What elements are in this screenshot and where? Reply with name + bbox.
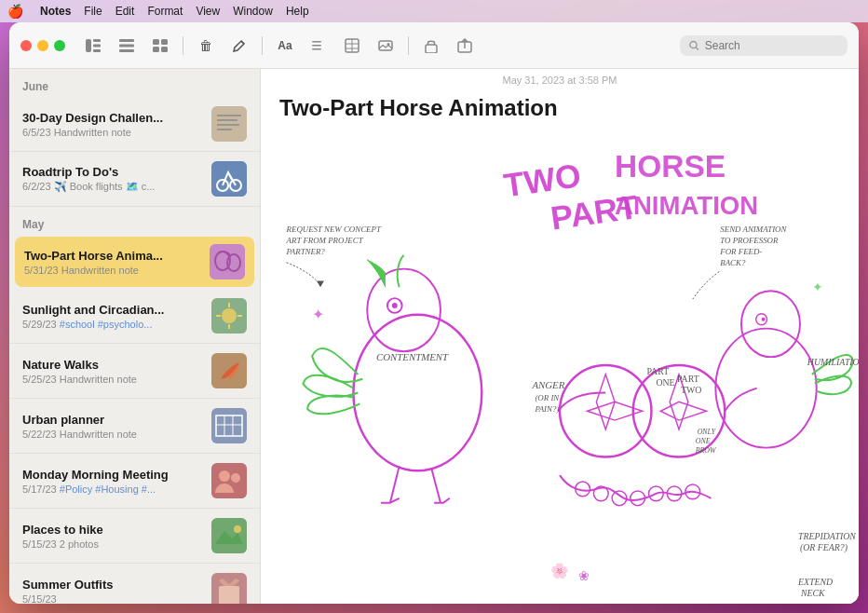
svg-rect-12 xyxy=(312,45,321,47)
format-label: Aa xyxy=(278,39,292,52)
note-meta: 5/31/23 Handwritten note xyxy=(24,265,200,276)
svg-text:CONTENTMENT: CONTENTMENT xyxy=(376,351,449,362)
apple-menu[interactable]: 🍎 xyxy=(7,4,23,19)
note-meta: 5/22/23 Handwritten note xyxy=(22,429,202,440)
svg-rect-0 xyxy=(86,39,91,52)
svg-rect-4 xyxy=(119,39,134,42)
menu-view[interactable]: View xyxy=(196,5,220,18)
delete-note-button[interactable]: 🗑 xyxy=(193,33,219,59)
note-item-sunlight[interactable]: Sunlight and Circadian... 5/29/23 #schoo… xyxy=(9,289,260,344)
note-info: Places to hike 5/15/23 2 photos xyxy=(22,523,202,550)
svg-text:ONLY: ONLY xyxy=(698,428,717,436)
svg-text:FOR FEED-: FOR FEED- xyxy=(719,247,762,256)
note-thumbnail xyxy=(211,106,247,142)
thumb-icon xyxy=(211,573,247,604)
note-info: Two-Part Horse Anima... 5/31/23 Handwrit… xyxy=(24,249,200,276)
menu-format[interactable]: Format xyxy=(147,5,183,18)
svg-text:✦: ✦ xyxy=(812,280,823,294)
svg-text:🌸: 🌸 xyxy=(550,562,569,579)
note-item-urban-planner[interactable]: Urban planner 5/22/23 Handwritten note xyxy=(9,399,260,454)
svg-text:❀: ❀ xyxy=(578,569,590,583)
separator-3 xyxy=(408,36,409,55)
note-meta: 6/5/23 Handwritten note xyxy=(22,127,202,138)
svg-rect-3 xyxy=(93,49,101,52)
note-thumbnail xyxy=(211,161,247,197)
note-meta: 5/17/23 #Policy #Housing #... xyxy=(22,484,202,495)
svg-line-62 xyxy=(390,466,400,502)
fullscreen-button[interactable] xyxy=(54,40,65,51)
svg-rect-10 xyxy=(161,47,168,52)
share-icon xyxy=(457,38,472,53)
lock-button[interactable] xyxy=(418,33,444,59)
media-button[interactable] xyxy=(373,33,399,59)
note-title: Summer Outfits xyxy=(22,578,202,592)
close-button[interactable] xyxy=(20,40,32,51)
svg-text:ONE: ONE xyxy=(696,437,711,445)
svg-rect-29 xyxy=(211,161,247,197)
note-thumbnail xyxy=(211,353,247,388)
svg-text:HORSE: HORSE xyxy=(615,149,726,184)
note-item-monday-meeting[interactable]: Monday Morning Meeting 5/17/23 #Policy #… xyxy=(9,454,260,509)
thumb-icon xyxy=(211,106,247,142)
format-button[interactable]: Aa xyxy=(272,33,298,59)
svg-text:EXTEND: EXTEND xyxy=(797,577,833,587)
thumb-icon xyxy=(211,408,247,443)
note-title: Places to hike xyxy=(22,523,202,537)
note-title: Nature Walks xyxy=(22,358,202,372)
svg-rect-13 xyxy=(312,48,321,50)
svg-rect-11 xyxy=(312,41,321,43)
note-thumbnail xyxy=(210,244,245,279)
menu-file[interactable]: File xyxy=(84,5,102,18)
svg-rect-24 xyxy=(211,106,247,142)
svg-text:HUMILIATION: HUMILIATION xyxy=(807,357,859,367)
note-meta: 5/25/23 Handwritten note xyxy=(22,374,202,385)
note-item-places-hike[interactable]: Places to hike 5/15/23 2 photos xyxy=(9,509,260,564)
delete-icon: 🗑 xyxy=(199,38,212,53)
svg-point-77 xyxy=(715,329,816,448)
may-section-header: May xyxy=(9,207,260,235)
svg-point-59 xyxy=(367,269,441,352)
search-input[interactable] xyxy=(705,39,838,52)
table-button[interactable] xyxy=(339,33,365,59)
note-item-design-challenge[interactable]: 30-Day Design Challen... 6/5/23 Handwrit… xyxy=(9,97,260,152)
sidebar-toggle-button[interactable] xyxy=(80,33,106,59)
note-thumbnail xyxy=(211,518,247,553)
note-info: Roadtrip To Do's 6/2/23 ✈️ Book flights … xyxy=(22,165,202,193)
svg-text:REQUEST NEW CONCEPT: REQUEST NEW CONCEPT xyxy=(286,225,382,234)
menu-window[interactable]: Window xyxy=(233,5,273,18)
search-bar[interactable] xyxy=(680,35,848,56)
gallery-view-button[interactable] xyxy=(147,33,173,59)
search-icon xyxy=(689,40,699,51)
menu-notes[interactable]: Notes xyxy=(40,5,71,18)
note-viewer: May 31, 2023 at 3:58 PM Two-Part Horse A… xyxy=(261,69,859,604)
checklist-button[interactable] xyxy=(305,33,332,59)
svg-rect-7 xyxy=(153,39,159,45)
note-item-roadtrip[interactable]: Roadtrip To Do's 6/2/23 ✈️ Book flights … xyxy=(9,152,260,207)
svg-text:BACK?: BACK? xyxy=(720,258,746,267)
note-item-horse-animation[interactable]: Two-Part Horse Anima... 5/31/23 Handwrit… xyxy=(15,237,254,287)
share-button[interactable] xyxy=(452,33,478,59)
note-thumbnail xyxy=(211,573,247,604)
menu-edit[interactable]: Edit xyxy=(115,5,135,18)
new-note-button[interactable] xyxy=(226,33,252,59)
svg-rect-9 xyxy=(153,47,159,52)
svg-point-80 xyxy=(762,318,766,321)
gallery-view-icon xyxy=(153,39,168,52)
svg-rect-1 xyxy=(93,39,101,42)
svg-point-48 xyxy=(219,470,230,482)
checklist-icon xyxy=(311,38,326,53)
svg-text:SEND ANIMATION: SEND ANIMATION xyxy=(720,225,787,234)
svg-text:✦: ✦ xyxy=(312,306,324,322)
note-item-summer-outfits[interactable]: Summer Outfits 5/15/23 xyxy=(9,564,260,604)
thumb-icon xyxy=(211,161,247,197)
note-meta: 5/29/23 #school #psycholo... xyxy=(22,319,202,330)
svg-point-51 xyxy=(234,525,241,533)
minimize-button[interactable] xyxy=(37,40,48,51)
note-item-nature-walks[interactable]: Nature Walks 5/25/23 Handwritten note xyxy=(9,344,260,399)
menu-help[interactable]: Help xyxy=(286,5,309,18)
list-view-button[interactable] xyxy=(114,33,140,59)
titlebar: 🗑 Aa xyxy=(9,22,859,69)
list-view-icon xyxy=(119,39,134,52)
svg-rect-6 xyxy=(119,49,134,52)
thumb-icon xyxy=(210,244,245,279)
